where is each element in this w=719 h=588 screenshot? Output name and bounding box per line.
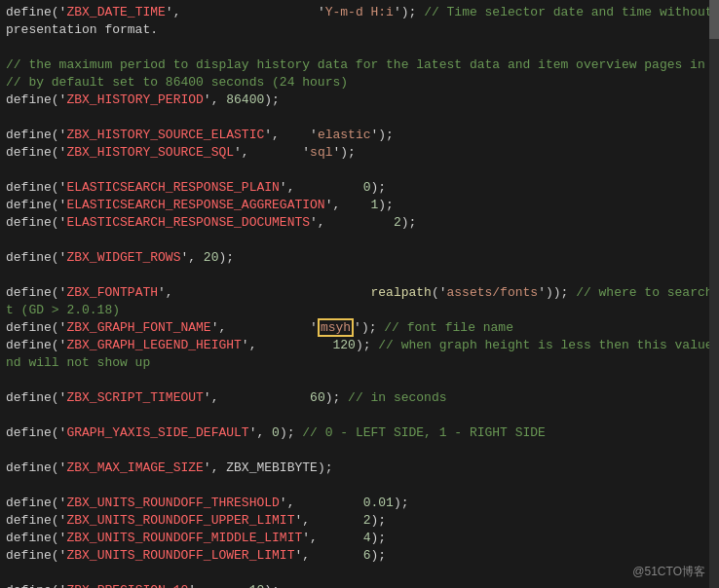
code-content: define('ZBX_DATE_TIME', 'Y-m-d H:i'); //…	[6, 4, 713, 588]
code-line: define('ZBX_UNITS_ROUNDOFF_THRESHOLD', 0…	[6, 495, 701, 512]
code-line: define('ZBX_GRAPH_FONT_NAME', 'msyh'); /…	[6, 319, 701, 337]
code-line	[6, 442, 701, 459]
code-line: nd will not show up	[6, 354, 701, 372]
code-line	[6, 407, 701, 424]
code-line	[6, 109, 701, 127]
code-line: define('ZBX_FONTPATH', realpath('assets/…	[6, 284, 701, 302]
highlight-msyh: msyh	[318, 318, 354, 337]
code-line: define('ZBX_HISTORY_SOURCE_ELASTIC', 'el…	[6, 127, 701, 144]
code-line: // by default set to 86400 seconds (24 h…	[6, 74, 701, 92]
code-line	[6, 162, 701, 179]
code-line: define('ZBX_DATE_TIME', 'Y-m-d H:i'); //…	[6, 4, 701, 21]
watermark: @51CTO博客	[632, 564, 705, 580]
code-line	[6, 232, 701, 249]
code-line: define('GRAPH_YAXIS_SIDE_DEFAULT', 0); /…	[6, 424, 701, 442]
code-line	[6, 565, 701, 582]
code-line: define('ELASTICSEARCH_RESPONSE_DOCUMENTS…	[6, 214, 701, 232]
scrollbar[interactable]	[709, 0, 719, 588]
code-line: define('ZBX_PRECISION_10', 10);	[6, 582, 701, 588]
code-line: define('ZBX_SCRIPT_TIMEOUT', 60); // in …	[6, 389, 701, 407]
code-line: define('ZBX_HISTORY_SOURCE_SQL', 'sql');	[6, 144, 701, 162]
code-line: define('ELASTICSEARCH_RESPONSE_AGGREGATI…	[6, 197, 701, 214]
code-editor: define('ZBX_DATE_TIME', 'Y-m-d H:i'); //…	[0, 0, 719, 588]
code-line	[6, 39, 701, 56]
code-line: define('ZBX_WIDGET_ROWS', 20);	[6, 249, 701, 267]
code-line: define('ZBX_UNITS_ROUNDOFF_LOWER_LIMIT',…	[6, 547, 701, 565]
code-line: define('ZBX_UNITS_ROUNDOFF_MIDDLE_LIMIT'…	[6, 530, 701, 547]
code-line: define('ELASTICSEARCH_RESPONSE_PLAIN', 0…	[6, 179, 701, 197]
code-line: t (GD > 2.0.18)	[6, 302, 701, 319]
code-line: define('ZBX_UNITS_ROUNDOFF_UPPER_LIMIT',…	[6, 512, 701, 530]
scrollbar-thumb[interactable]	[709, 0, 719, 39]
code-line	[6, 267, 701, 284]
code-line: // the maximum period to display history…	[6, 56, 701, 74]
code-line	[6, 477, 701, 495]
code-line: define('ZBX_HISTORY_PERIOD', 86400);	[6, 92, 701, 109]
code-line: presentation format.	[6, 21, 701, 39]
code-line	[6, 372, 701, 389]
code-line: define('ZBX_MAX_IMAGE_SIZE', ZBX_MEBIBYT…	[6, 459, 701, 477]
code-line: define('ZBX_GRAPH_LEGEND_HEIGHT', 120); …	[6, 337, 701, 354]
